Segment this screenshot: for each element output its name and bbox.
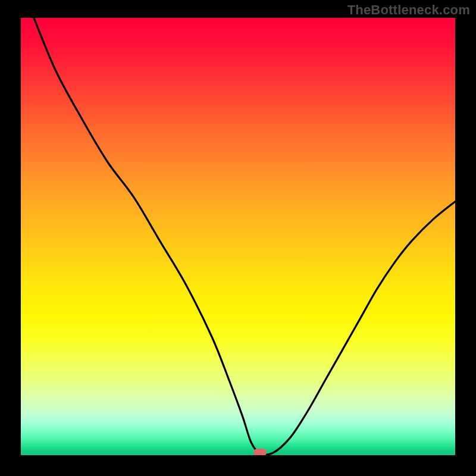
watermark-text: TheBottleneck.com: [347, 2, 470, 18]
curve-minimum-marker-icon: [253, 449, 267, 455]
bottleneck-curve: [21, 18, 455, 455]
plot-area: [21, 18, 455, 455]
chart-frame: TheBottleneck.com: [0, 0, 476, 476]
